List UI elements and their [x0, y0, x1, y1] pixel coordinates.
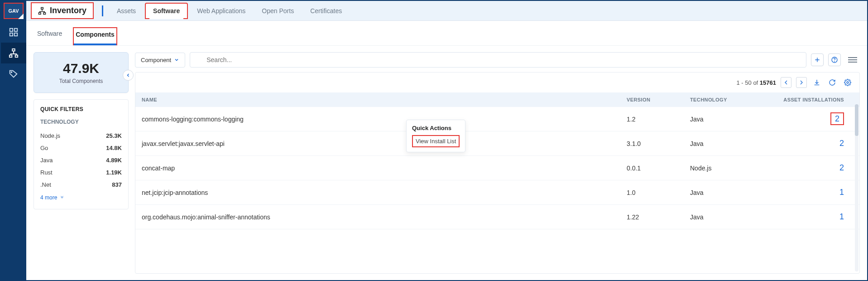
scrollbar[interactable]	[855, 104, 858, 271]
tab-certificates[interactable]: Certificates	[303, 4, 349, 18]
filter-label: Java	[40, 157, 53, 164]
tab-open-ports[interactable]: Open Ports	[254, 4, 301, 18]
svg-rect-6	[15, 55, 18, 58]
grid-icon	[9, 27, 19, 37]
sitemap-icon	[38, 7, 46, 15]
filter-group-technology: TECHNOLOGY	[40, 119, 122, 125]
filter-label: .Net	[40, 181, 51, 188]
rail-tags[interactable]	[1, 63, 26, 84]
tab-web-applications[interactable]: Web Applications	[190, 4, 253, 18]
svg-rect-2	[10, 33, 13, 36]
subtab-components[interactable]: Components	[73, 27, 117, 45]
next-page[interactable]	[796, 77, 807, 88]
th-technology[interactable]: TECHNOLOGY	[690, 97, 781, 102]
svg-rect-9	[39, 12, 41, 14]
cell-version: 3.1.0	[627, 140, 690, 147]
svg-point-13	[834, 61, 835, 62]
quick-filters: QUICK FILTERS TECHNOLOGY Node.js25.3K Go…	[34, 99, 129, 209]
settings-button[interactable]	[842, 77, 853, 88]
filter-label: Go	[40, 145, 48, 151]
cell-name: javax.servlet:javax.servlet-api	[142, 140, 627, 147]
app-badge[interactable]: GAV	[4, 3, 24, 19]
hamburger-menu[interactable]	[845, 54, 860, 65]
svg-point-7	[11, 72, 12, 73]
th-version[interactable]: VERSION	[627, 97, 690, 102]
search-input[interactable]	[190, 52, 806, 68]
chevron-left-icon	[125, 73, 131, 78]
svg-rect-5	[10, 55, 12, 58]
table-body: commons-logging:commons-logging 1.2 Java…	[135, 107, 859, 229]
total-label: Total Components	[38, 78, 125, 84]
help-button[interactable]	[828, 53, 841, 66]
cell-installations[interactable]: 1	[781, 188, 853, 197]
cell-installations[interactable]: 2	[781, 139, 853, 148]
table-header: NAME VERSION TECHNOLOGY ASSET INSTALLATI…	[135, 92, 859, 107]
total-components-card: 47.9K Total Components	[34, 52, 129, 93]
chevron-right-icon	[798, 79, 805, 86]
cell-installations[interactable]: 1	[781, 212, 853, 222]
filter-item[interactable]: Node.js25.3K	[40, 130, 122, 142]
filter-item[interactable]: Go14.8K	[40, 142, 122, 154]
download-button[interactable]	[811, 77, 822, 88]
table-row[interactable]: concat-map 0.0.1 Node.js 2	[135, 156, 859, 180]
svg-rect-1	[14, 29, 17, 31]
view-install-list[interactable]: View Install List	[412, 135, 460, 147]
filters-heading: QUICK FILTERS	[40, 106, 122, 112]
filter-count: 14.8K	[106, 145, 122, 151]
filter-show-more[interactable]: 4 more	[40, 194, 122, 201]
filter-item[interactable]: .Net837	[40, 179, 122, 191]
th-installations[interactable]: ASSET INSTALLATIONS	[781, 97, 853, 102]
sub-tabs: Software Components	[26, 21, 867, 46]
refresh-button[interactable]	[827, 77, 838, 88]
filter-count: 4.89K	[106, 157, 122, 164]
pagination-range: 1 - 50 of 15761	[737, 79, 776, 86]
tab-assets[interactable]: Assets	[110, 4, 143, 18]
svg-rect-4	[12, 49, 15, 51]
filter-item[interactable]: Java4.89K	[40, 154, 122, 166]
inventory-title[interactable]: Inventory	[31, 2, 94, 19]
tag-icon	[9, 69, 19, 79]
cell-technology: Java	[690, 189, 781, 196]
chevron-down-icon	[60, 195, 64, 200]
svg-rect-3	[14, 33, 17, 36]
plus-icon	[814, 56, 821, 63]
cell-technology: Java	[690, 116, 781, 123]
divider	[102, 5, 103, 16]
rail-inventory[interactable]	[1, 43, 26, 63]
cell-name: commons-logging:commons-logging	[142, 116, 627, 123]
prev-page[interactable]	[781, 77, 791, 88]
tab-software[interactable]: Software	[145, 3, 188, 19]
search-scope-dropdown[interactable]: Component	[135, 53, 185, 68]
cell-version: 1.0	[627, 189, 690, 196]
cell-technology: Node.js	[690, 165, 781, 172]
chevron-down-icon	[174, 57, 179, 63]
popover-title: Quick Actions	[412, 125, 460, 131]
scrollbar-thumb[interactable]	[855, 104, 858, 136]
more-label: 4 more	[40, 194, 57, 201]
table-row[interactable]: commons-logging:commons-logging 1.2 Java…	[135, 107, 859, 131]
cell-version: 1.22	[627, 213, 690, 221]
help-icon	[831, 56, 838, 63]
table-row[interactable]: javax.servlet:javax.servlet-api 3.1.0 Ja…	[135, 131, 859, 156]
table-row[interactable]: net.jcip:jcip-annotations 1.0 Java 1	[135, 180, 859, 205]
cell-name: net.jcip:jcip-annotations	[142, 189, 627, 196]
th-name[interactable]: NAME	[142, 97, 627, 102]
collapse-sidebar[interactable]	[123, 70, 134, 81]
cell-name: concat-map	[142, 165, 627, 172]
cell-installations[interactable]: 2	[781, 114, 853, 124]
table-row[interactable]: org.codehaus.mojo:animal-sniffer-annotat…	[135, 205, 859, 229]
table-toolbar: 1 - 50 of 15761	[135, 73, 859, 92]
cell-technology: Java	[690, 213, 781, 221]
cell-name: org.codehaus.mojo:animal-sniffer-annotat…	[142, 213, 627, 221]
cell-version: 0.0.1	[627, 165, 690, 172]
cell-installations[interactable]: 2	[781, 163, 853, 173]
subtab-software[interactable]: Software	[35, 27, 64, 45]
filter-label: Rust	[40, 169, 53, 176]
filter-item[interactable]: Rust1.19K	[40, 166, 122, 179]
chevron-left-icon	[782, 79, 790, 86]
filter-count: 25.3K	[106, 132, 122, 139]
rail-dashboard[interactable]	[1, 22, 26, 43]
add-button[interactable]	[811, 53, 824, 66]
cell-technology: Java	[690, 140, 781, 147]
svg-point-14	[847, 82, 849, 83]
